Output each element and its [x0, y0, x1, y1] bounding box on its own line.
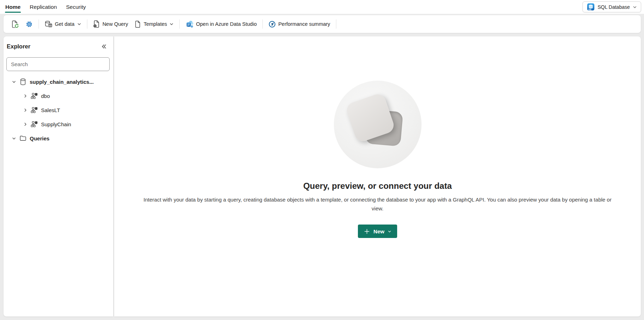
toolbar-divider — [39, 19, 39, 29]
new-button-label: New — [373, 228, 384, 234]
chevron-right-icon[interactable] — [23, 122, 28, 127]
object-tree: supply_chain_analytics... dbo — [4, 74, 113, 145]
ribbon-tab-strip: Home Replication Security SQL SQL Databa… — [0, 0, 644, 14]
performance-summary-label: Performance summary — [278, 21, 330, 27]
collapse-panel-button[interactable] — [99, 42, 108, 51]
new-button[interactable]: New — [358, 225, 397, 238]
refresh-query-button[interactable] — [8, 18, 22, 30]
toolbar-divider — [87, 19, 87, 29]
chevron-down-icon[interactable] — [11, 79, 16, 84]
svg-text:SQL: SQL — [588, 9, 592, 11]
tab-replication-label: Replication — [30, 4, 57, 10]
explorer-title: Explorer — [7, 42, 30, 50]
templates-button[interactable]: Templates — [131, 18, 177, 30]
tab-security[interactable]: Security — [62, 0, 91, 14]
tab-home[interactable]: Home — [1, 0, 25, 14]
workload-switcher-label: SQL Database — [598, 4, 630, 10]
tree-item-label: SupplyChain — [41, 121, 71, 127]
schema-icon — [31, 92, 38, 99]
toolbar: Get data New Query Templates — [4, 15, 641, 33]
chevron-right-icon[interactable] — [23, 93, 28, 98]
document-add-icon — [93, 20, 100, 28]
new-query-label: New Query — [103, 21, 128, 27]
database-table-icon — [45, 21, 52, 28]
plus-icon — [364, 228, 370, 235]
toolbar-divider — [262, 19, 263, 29]
tree-item-database[interactable]: supply_chain_analytics... — [4, 75, 113, 89]
empty-state-description: Interact with your data by starting a qu… — [143, 195, 613, 213]
chevron-down-icon — [388, 229, 391, 233]
chevron-down-icon — [633, 5, 637, 9]
get-data-label: Get data — [55, 21, 75, 27]
templates-label: Templates — [144, 21, 167, 27]
open-azure-data-studio-button[interactable]: Open in Azure Data Studio — [182, 18, 260, 30]
tree-item-label: dbo — [41, 93, 50, 99]
main-content: Query, preview, or connect your data Int… — [114, 36, 641, 316]
workload-switcher-button[interactable]: SQL SQL Database — [582, 1, 641, 12]
chevron-down-icon — [77, 22, 81, 26]
document-icon — [134, 21, 141, 28]
explorer-panel: Explorer supply_chain_analytics... — [4, 36, 113, 316]
double-chevron-left-icon — [100, 43, 107, 50]
tab-security-label: Security — [66, 4, 86, 10]
schema-icon — [31, 121, 38, 128]
empty-state-illustration — [334, 81, 422, 168]
azure-data-studio-icon — [185, 20, 193, 28]
tree-item-label: Queries — [30, 135, 50, 141]
tree-item-schema-supplychain[interactable]: SupplyChain — [4, 117, 113, 131]
new-query-button[interactable]: New Query — [90, 18, 132, 30]
tree-item-queries-folder[interactable]: Queries — [4, 131, 113, 145]
toolbar-divider — [179, 19, 180, 29]
tree-item-schema-saleslt[interactable]: SalesLT — [4, 103, 113, 117]
document-refresh-icon — [11, 20, 19, 28]
schema-icon — [31, 106, 38, 114]
explorer-header: Explorer — [4, 36, 113, 51]
chevron-down-icon — [169, 22, 174, 26]
search-container — [6, 57, 110, 71]
performance-summary-button[interactable]: Performance summary — [265, 18, 333, 30]
tree-item-schema-dbo[interactable]: dbo — [4, 89, 113, 103]
chevron-down-icon[interactable] — [11, 136, 16, 141]
open-azure-data-studio-label: Open in Azure Data Studio — [196, 21, 257, 27]
tree-item-label: SalesLT — [41, 107, 60, 113]
tab-replication[interactable]: Replication — [25, 0, 62, 14]
ribbon-tabs: Home Replication Security — [0, 0, 91, 14]
gear-icon — [25, 21, 33, 28]
chevron-right-icon[interactable] — [23, 107, 28, 112]
database-icon — [19, 78, 27, 86]
folder-icon — [19, 135, 27, 142]
settings-button[interactable] — [22, 18, 36, 30]
search-input[interactable] — [6, 57, 110, 71]
tree-item-label: supply_chain_analytics... — [30, 79, 94, 85]
empty-state-title: Query, preview, or connect your data — [303, 181, 452, 191]
toolbar-divider — [336, 19, 336, 29]
sql-database-icon: SQL — [587, 3, 595, 11]
gauge-icon — [268, 21, 276, 28]
get-data-button[interactable]: Get data — [41, 18, 85, 30]
tab-home-label: Home — [5, 4, 21, 10]
